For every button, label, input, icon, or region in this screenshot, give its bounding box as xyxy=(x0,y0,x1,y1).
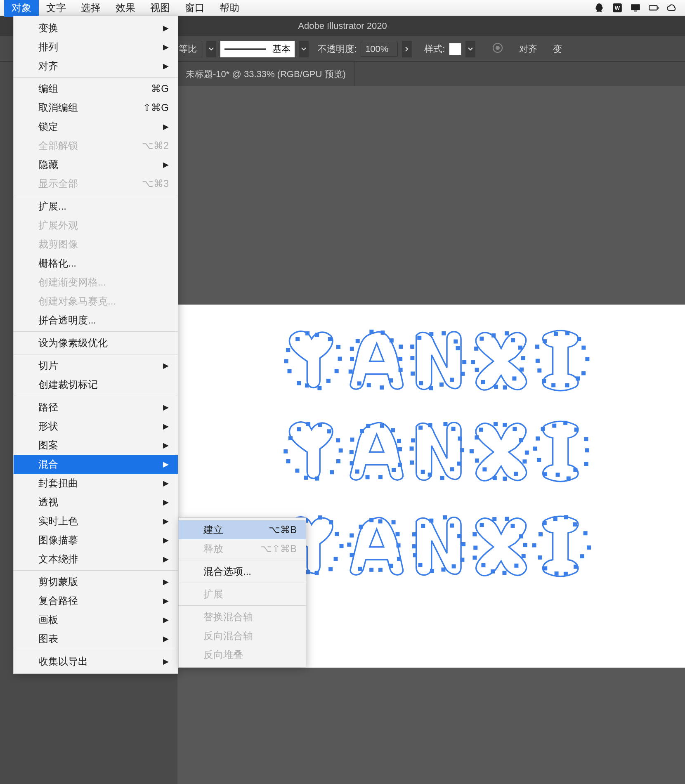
menu-effect[interactable]: 效果 xyxy=(108,0,143,17)
svg-rect-150 xyxy=(328,567,333,571)
align-label[interactable]: 对齐 xyxy=(519,43,537,55)
menu-item-透视[interactable]: 透视▶ xyxy=(14,493,178,512)
svg-rect-33 xyxy=(380,331,385,335)
svg-rect-148 xyxy=(340,544,344,548)
menu-item-切片[interactable]: 切片▶ xyxy=(14,356,178,375)
menu-item-封套扭曲[interactable]: 封套扭曲▶ xyxy=(14,474,178,493)
svg-rect-205 xyxy=(580,554,584,558)
svg-rect-126 xyxy=(475,458,479,463)
submenu-item-建立[interactable]: 建立⌥⌘B xyxy=(179,520,306,539)
submenu-item-反向堆叠: 反向堆叠 xyxy=(179,645,306,664)
svg-rect-196 xyxy=(472,555,477,560)
menu-item-复合路径[interactable]: 复合路径▶ xyxy=(14,591,178,610)
menu-item-设为像素级优化[interactable]: 设为像素级优化 xyxy=(14,333,178,352)
svg-rect-171 xyxy=(359,525,363,529)
menu-item-label: 形状 xyxy=(38,420,58,433)
menu-item-对齐[interactable]: 对齐▶ xyxy=(14,57,178,76)
submenu-item-混合选项...[interactable]: 混合选项... xyxy=(179,562,306,581)
menu-item-拼合透明度...[interactable]: 拼合透明度... xyxy=(14,311,178,330)
stroke-chevron-icon[interactable] xyxy=(299,41,309,57)
opacity-input[interactable]: 100% xyxy=(361,42,398,57)
svg-rect-31 xyxy=(356,339,360,343)
wps-icon[interactable]: W xyxy=(610,2,625,14)
svg-rect-81 xyxy=(315,477,319,481)
menu-item-排列[interactable]: 排列▶ xyxy=(14,38,178,57)
menu-item-图案[interactable]: 图案▶ xyxy=(14,436,178,455)
svg-rect-103 xyxy=(380,424,384,428)
svg-rect-216 xyxy=(573,522,577,527)
menu-type[interactable]: 文字 xyxy=(39,0,73,17)
document-tab[interactable]: 未标题-10* @ 33.33% (RGB/GPU 预览) xyxy=(177,62,354,86)
svg-rect-78 xyxy=(339,449,343,453)
menu-item-隐藏[interactable]: 隐藏▶ xyxy=(14,155,178,174)
opacity-chevron-icon[interactable] xyxy=(402,41,412,57)
menu-item-形状[interactable]: 形状▶ xyxy=(14,417,178,436)
svg-rect-181 xyxy=(418,563,423,567)
menu-item-文本绕排[interactable]: 文本绕排▶ xyxy=(14,550,178,569)
battery-icon[interactable] xyxy=(646,2,661,14)
menu-item-创建渐变网格...: 创建渐变网格... xyxy=(14,273,178,292)
stroke-preview[interactable]: 基本 xyxy=(220,41,295,57)
svg-rect-180 xyxy=(430,569,434,573)
svg-rect-134 xyxy=(585,448,589,452)
svg-rect-172 xyxy=(369,518,373,522)
style-swatch[interactable] xyxy=(449,43,461,55)
style-chevron-icon[interactable] xyxy=(465,41,475,57)
svg-rect-85 xyxy=(283,449,288,453)
menu-item-混合[interactable]: 混合▶ xyxy=(14,455,178,474)
submenu-arrow-icon: ▶ xyxy=(163,634,169,643)
svg-rect-15 xyxy=(284,359,288,363)
opacity-value-text: 100% xyxy=(365,44,388,54)
svg-rect-132 xyxy=(513,427,517,431)
menu-item-路径[interactable]: 路径▶ xyxy=(14,398,178,417)
submenu-item-释放: 释放⌥⇧⌘B xyxy=(179,539,306,558)
menu-item-label: 复合路径 xyxy=(38,594,78,607)
svg-rect-92 xyxy=(398,447,402,451)
submenu-arrow-icon: ▶ xyxy=(163,555,169,564)
transform-stub[interactable]: 变 xyxy=(553,43,562,55)
svg-rect-179 xyxy=(441,567,445,571)
svg-rect-32 xyxy=(369,330,373,334)
menu-view[interactable]: 视图 xyxy=(143,0,177,17)
svg-rect-142 xyxy=(536,437,540,441)
svg-rect-149 xyxy=(334,557,338,561)
submenu-arrow-icon: ▶ xyxy=(163,43,169,52)
display-icon[interactable] xyxy=(628,2,643,14)
menu-item-锁定[interactable]: 锁定▶ xyxy=(14,117,178,136)
creative-cloud-icon[interactable] xyxy=(664,2,679,14)
menu-item-编组[interactable]: 编组⌘G xyxy=(14,79,178,98)
svg-rect-141 xyxy=(533,446,537,451)
menu-item-栅格化...[interactable]: 栅格化... xyxy=(14,254,178,273)
ratio-chevron-icon[interactable] xyxy=(206,41,216,57)
svg-rect-146 xyxy=(574,427,579,432)
menu-item-label: 栅格化... xyxy=(38,257,76,270)
menu-item-取消编组[interactable]: 取消编组⇧⌘G xyxy=(14,98,178,117)
menu-item-图表[interactable]: 图表▶ xyxy=(14,629,178,648)
menu-window[interactable]: 窗口 xyxy=(177,0,212,17)
svg-rect-170 xyxy=(350,534,354,538)
menu-select[interactable]: 选择 xyxy=(73,0,108,17)
menu-help[interactable]: 帮助 xyxy=(212,0,247,17)
svg-rect-69 xyxy=(542,379,546,383)
svg-rect-116 xyxy=(428,423,432,427)
menu-item-图像描摹[interactable]: 图像描摹▶ xyxy=(14,531,178,550)
menu-item-实时上色[interactable]: 实时上色▶ xyxy=(14,512,178,531)
svg-rect-197 xyxy=(473,545,477,550)
menu-item-收集以导出[interactable]: 收集以导出▶ xyxy=(14,652,178,671)
qq-icon[interactable] xyxy=(592,2,607,14)
svg-rect-138 xyxy=(556,473,560,477)
svg-rect-67 xyxy=(565,383,569,387)
submenu-item-label: 扩展 xyxy=(203,588,223,601)
menu-object[interactable]: 对象 xyxy=(4,0,39,17)
menu-item-剪切蒙版[interactable]: 剪切蒙版▶ xyxy=(14,572,178,591)
appearance-icon[interactable] xyxy=(492,42,503,56)
canvas-area[interactable] xyxy=(177,86,685,784)
menu-item-扩展...[interactable]: 扩展... xyxy=(14,197,178,216)
svg-rect-19 xyxy=(315,333,319,337)
menu-item-创建裁切标记[interactable]: 创建裁切标记 xyxy=(14,375,178,394)
menu-item-label: 图像描摹 xyxy=(38,534,78,547)
menu-item-画板[interactable]: 画板▶ xyxy=(14,610,178,629)
svg-rect-193 xyxy=(502,571,506,575)
menu-item-变换[interactable]: 变换▶ xyxy=(14,19,178,38)
app-title-text: Adobe Illustrator 2020 xyxy=(298,21,387,31)
